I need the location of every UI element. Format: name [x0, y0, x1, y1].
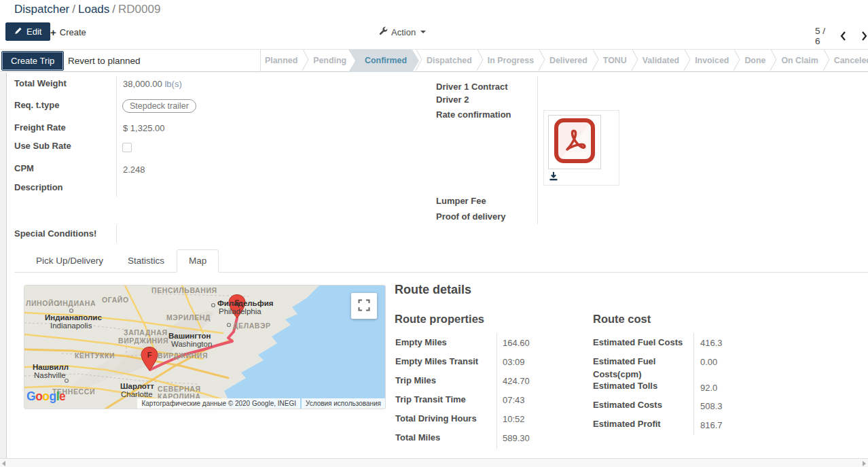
stage-canceled[interactable]: Canceled — [830, 50, 868, 72]
scroll-right-icon[interactable] — [863, 461, 866, 466]
field-value-freight-rate: $ 1,325.00 — [123, 123, 164, 133]
map-label-washington-ru: Вашингтон — [168, 332, 211, 340]
download-icon — [549, 173, 558, 183]
stage-dispatched[interactable]: Dispatched — [422, 50, 476, 72]
revert-to-planned-button[interactable]: Revert to planned — [68, 50, 141, 72]
field-value-cpm: 2.248 — [123, 165, 145, 175]
field-label-req-ttype: Req. t.type — [14, 100, 59, 110]
use-sub-rate-checkbox[interactable] — [122, 143, 132, 152]
stage-validated[interactable]: Validated — [638, 50, 683, 72]
edit-button-label: Edit — [26, 27, 41, 37]
stage-delivered[interactable]: Delivered — [545, 50, 592, 72]
route-properties-title: Route properties — [395, 313, 484, 326]
route-cost-label-est-tolls: Estimated Tolls — [593, 381, 657, 391]
stage-tonu[interactable]: TONU — [599, 50, 631, 72]
breadcrumb-separator: / — [69, 3, 78, 16]
map-card: S F ЛИНОЙС ИНДИАНА ОГАЙО ПЕНСИЛЬВАНИЯ Ин… — [24, 285, 386, 409]
stage-separator — [302, 50, 309, 72]
route-cost-label-est-fuel-costs: Estimated Fuel Costs — [593, 337, 692, 347]
form-column-divider — [116, 76, 117, 196]
route-prop-value-empty-miles-transit: 03:09 — [503, 357, 525, 367]
map-label-nashville-en: Nashville — [34, 371, 66, 379]
unit-lbs: lb(s) — [164, 79, 181, 89]
field-label-description: Description — [14, 182, 63, 192]
route-prop-label-trip-transit-time: Trip Transit Time — [395, 394, 466, 404]
tab-map-active[interactable]: Map — [177, 249, 219, 273]
breadcrumb-current-record: RD0009 — [118, 3, 160, 16]
route-cost-label-est-costs: Estimated Costs — [593, 400, 662, 410]
map-terms-link[interactable]: Условия использования — [302, 398, 385, 409]
create-trip-button[interactable]: Create Trip — [2, 52, 63, 70]
edit-button[interactable]: Edit — [5, 22, 50, 41]
breadcrumb-loads[interactable]: Loads — [78, 3, 109, 16]
finish-marker-label: F — [147, 351, 152, 359]
field-label-cpm: CPM — [14, 163, 34, 173]
map-label-philadelphia-en: Philadelphia — [219, 307, 261, 315]
action-menu-button[interactable]: Action — [379, 27, 426, 37]
stage-done[interactable]: Done — [740, 50, 770, 72]
google-map-canvas[interactable]: S F ЛИНОЙС ИНДИАНА ОГАЙО ПЕНСИЛЬВАНИЯ Ин… — [24, 286, 385, 409]
map-label-virginia: ВИРДЖИНИЯ — [158, 351, 208, 360]
horizontal-scrollbar[interactable] — [0, 458, 868, 467]
route-prop-label-trip-miles: Trip Miles — [395, 375, 436, 385]
map-label-washington-en: Washington — [171, 340, 212, 348]
route-cost-value-est-costs: 508.3 — [700, 401, 723, 411]
map-fullscreen-button[interactable] — [351, 293, 377, 319]
route-cost-divider — [693, 333, 694, 435]
route-prop-label-total-miles: Total Miles — [395, 432, 440, 443]
tab-statistics[interactable]: Statistics — [115, 249, 177, 273]
field-label-special-conditions: Special Conditions! — [14, 228, 96, 239]
route-prop-value-empty-miles: 164.60 — [503, 338, 530, 348]
field-label-rate-confirmation: Rate confirmation — [436, 109, 511, 120]
stage-invoiced[interactable]: Invoiced — [691, 50, 733, 72]
map-label-charlotte-en: Charlotte — [121, 390, 153, 398]
route-details-title: Route details — [395, 283, 471, 297]
map-label-west-virginia-1: ЗАПАДНАЯ — [124, 328, 168, 336]
stage-planned[interactable]: Planned — [261, 50, 302, 72]
breadcrumb-dispatcher[interactable]: Dispatcher — [14, 3, 69, 16]
scroll-left-icon[interactable] — [2, 461, 5, 466]
stage-confirmed-active[interactable]: Confirmed — [348, 50, 419, 72]
chevron-down-icon — [420, 31, 426, 33]
stage-separator — [733, 50, 740, 72]
map-label-indianapolis-ru: Индианаполис — [45, 313, 102, 322]
route-prop-value-trip-miles: 424.70 — [503, 376, 530, 386]
pager-previous-icon[interactable] — [839, 31, 846, 41]
route-cost-value-est-fuel-costs-cpm: 0.00 — [700, 357, 717, 367]
route-prop-label-total-driving-hours: Total Driving Hours — [395, 413, 477, 423]
field-label-proof-of-delivery: Proof of delivery — [436, 211, 506, 222]
map-label-charlotte-ru: Шарлотт — [120, 382, 154, 390]
pencil-icon — [14, 27, 22, 37]
stage-in-progress[interactable]: In Progress — [484, 50, 538, 72]
stage-pending[interactable]: Pending — [309, 50, 350, 72]
sheet-left-gutter — [0, 73, 7, 458]
map-attribution: Картографические данные © 2020 Google, I… — [137, 398, 385, 409]
field-label-total-weight: Total Weight — [14, 78, 67, 88]
download-attachment-button[interactable] — [548, 171, 559, 183]
map-label-ohio: ОГАЙО — [102, 296, 129, 304]
map-label-illinois: ЛИНОЙС — [26, 299, 59, 307]
statusbar: Create Trip Revert to planned Planned Pe… — [0, 49, 868, 72]
map-label-kentucky: КЕНТУККИ — [75, 351, 115, 360]
map-copyright-text: Картографические данные © 2020 Google, I… — [137, 398, 300, 409]
plus-icon: + — [50, 27, 56, 38]
create-button[interactable]: + Create — [50, 27, 86, 38]
trailer-type-tag: Stepdeck trailer — [122, 99, 196, 113]
tab-pick-up-delivery[interactable]: Pick Up/Delivery — [24, 249, 115, 273]
stage-on-claim[interactable]: On Claim — [777, 50, 822, 72]
action-menu-label: Action — [391, 27, 416, 37]
stage-pipeline: Planned Pending Confirmed Dispatched In … — [261, 50, 868, 72]
map-label-indianapolis-en: Indianapolis — [50, 322, 92, 330]
route-cost-title: Route cost — [593, 313, 651, 326]
pager-next-icon[interactable] — [861, 31, 868, 41]
stage-separator — [538, 50, 545, 72]
google-logo[interactable]: Google — [26, 390, 65, 404]
pager-value[interactable]: 5 / 6 — [815, 26, 830, 46]
map-label-philadelphia-ru: Филадельфия — [217, 299, 274, 307]
map-label-indiana: ИНДИАНА — [57, 299, 96, 307]
route-prop-value-total-miles: 589.30 — [503, 433, 530, 443]
field-label-driver2: Driver 2 — [436, 94, 469, 105]
pdf-file-thumbnail[interactable] — [548, 115, 601, 169]
route-properties-divider — [496, 333, 497, 449]
field-label-freight-rate: Freight Rate — [14, 122, 66, 133]
